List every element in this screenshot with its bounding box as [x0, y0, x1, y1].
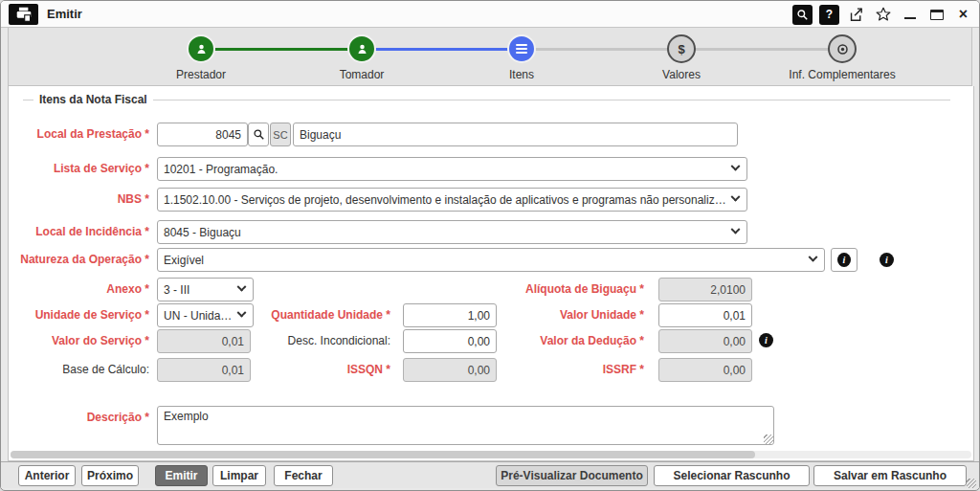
textarea-resize-handle[interactable] [764, 435, 773, 444]
connector-pending [515, 48, 675, 51]
issrf-input [658, 358, 752, 382]
share-icon[interactable] [846, 5, 866, 25]
local-incidencia-label: Local de Incidência * [9, 225, 149, 238]
aliquota-label: Alíquota de Biguaçu * [391, 282, 644, 296]
lista-servico-select[interactable]: 10201 - Programação. [157, 157, 747, 181]
form-panel: Itens da Nota Fiscal Local da Prestação … [8, 86, 974, 461]
connector-pending [675, 48, 835, 51]
descricao-textarea[interactable]: Exemplo [157, 406, 774, 445]
search-icon[interactable] [792, 5, 813, 25]
valor-servico-label: Valor do Serviço * [9, 334, 149, 347]
desc-incondicional-label: Desc. Incondicional: [181, 334, 390, 347]
local-prestacao-city-input[interactable] [293, 123, 738, 146]
minimize-icon[interactable] [900, 5, 920, 25]
step-label-valores: Valores [662, 68, 701, 81]
emitir-button[interactable]: Emitir [155, 465, 208, 486]
chevron-down-icon [809, 253, 818, 262]
local-prestacao-uf-box: SC [270, 123, 291, 146]
step-label-inf-complementares: Inf. Complementares [789, 68, 895, 81]
scrollbar-thumb[interactable] [11, 451, 755, 458]
natureza-operacao-select[interactable]: Exigível [157, 248, 825, 272]
info-icon[interactable]: i [880, 253, 894, 267]
descricao-label: Descrição * [9, 411, 149, 424]
pre-visualizar-button[interactable]: Pré-Visualizar Documento [496, 465, 648, 486]
aliquota-input [658, 278, 752, 301]
step-label-prestador: Prestador [176, 68, 226, 81]
valor-unidade-label: Valor Unidade * [420, 308, 644, 322]
step-tomador[interactable] [347, 34, 376, 63]
page-title: Emitir [47, 7, 82, 21]
anexo-label: Anexo * [9, 282, 149, 296]
help-icon[interactable]: ? [819, 5, 839, 25]
list-icon [516, 44, 527, 54]
anexo-select[interactable]: 3 - III [157, 278, 254, 301]
fieldset-divider [23, 100, 950, 100]
step-label-itens: Itens [509, 68, 534, 81]
step-prestador[interactable] [187, 34, 215, 63]
horizontal-scrollbar[interactable] [11, 451, 971, 458]
local-prestacao-label: Local da Prestação * [9, 127, 149, 141]
window-resize-grip[interactable] [967, 479, 976, 488]
star-icon[interactable] [873, 5, 893, 25]
local-prestacao-search-button[interactable] [248, 123, 269, 146]
quantidade-unidade-label: Quantidade Unidade * [181, 308, 390, 322]
dollar-icon: $ [678, 42, 684, 56]
issqn-label: ISSQN * [181, 363, 390, 376]
fieldset-legend: Itens da Nota Fiscal [33, 93, 153, 106]
printer-icon [9, 4, 38, 25]
anterior-button[interactable]: Anterior [18, 465, 76, 486]
chevron-down-icon [731, 225, 741, 234]
valor-deducao-label: Valor da Dedução * [420, 334, 644, 347]
wizard-stepper: Prestador Tomador Itens $ Valores Inf. C… [8, 28, 972, 86]
person-icon [355, 42, 369, 56]
step-valores[interactable]: $ [667, 34, 696, 63]
step-label-tomador: Tomador [340, 68, 385, 81]
footer-buttonbar: Anterior Próximo Emitir Limpar Fechar Pr… [1, 461, 979, 488]
target-icon [835, 42, 850, 56]
valor-deducao-input [658, 329, 752, 353]
natureza-info-button[interactable]: i [831, 248, 858, 272]
local-prestacao-code-input[interactable] [157, 123, 248, 146]
issrf-label: ISSRF * [420, 363, 644, 376]
chevron-down-icon [731, 192, 741, 202]
limpar-button[interactable]: Limpar [212, 465, 266, 486]
info-icon: i [837, 253, 851, 267]
nbs-select[interactable]: 1.1502.10.00 - Serviços de projeto, dese… [157, 188, 747, 212]
chevron-down-icon [237, 282, 247, 292]
selecionar-rascunho-button[interactable]: Selecionar Rascunho [654, 465, 810, 486]
fechar-button[interactable]: Fechar [274, 465, 333, 486]
chevron-down-icon [731, 162, 741, 171]
connector-done [194, 48, 355, 51]
titlebar: Emitir ? [1, 1, 979, 28]
magnifier-icon [253, 128, 265, 141]
base-calculo-label: Base de Cálculo: [9, 363, 149, 376]
lista-servico-label: Lista de Serviço * [9, 162, 149, 175]
person-icon [194, 42, 209, 56]
valor-unidade-input[interactable] [658, 303, 752, 327]
unidade-servico-label: Unidade de Serviço * [9, 308, 149, 322]
maximize-icon[interactable] [926, 5, 947, 25]
connector-active [355, 48, 515, 51]
info-icon[interactable]: i [759, 333, 773, 347]
proximo-button[interactable]: Próximo [81, 465, 139, 486]
local-incidencia-select[interactable]: 8045 - Biguaçu [157, 220, 747, 244]
close-icon[interactable]: × [953, 5, 973, 25]
natureza-operacao-label: Natureza da Operação * [9, 253, 149, 266]
salvar-rascunho-button[interactable]: Salvar em Rascunho [813, 465, 967, 486]
nbs-label: NBS * [9, 192, 149, 206]
app-window: Emitir ? [0, 0, 980, 491]
step-inf-complementares[interactable] [828, 34, 857, 63]
step-itens[interactable] [507, 34, 536, 63]
